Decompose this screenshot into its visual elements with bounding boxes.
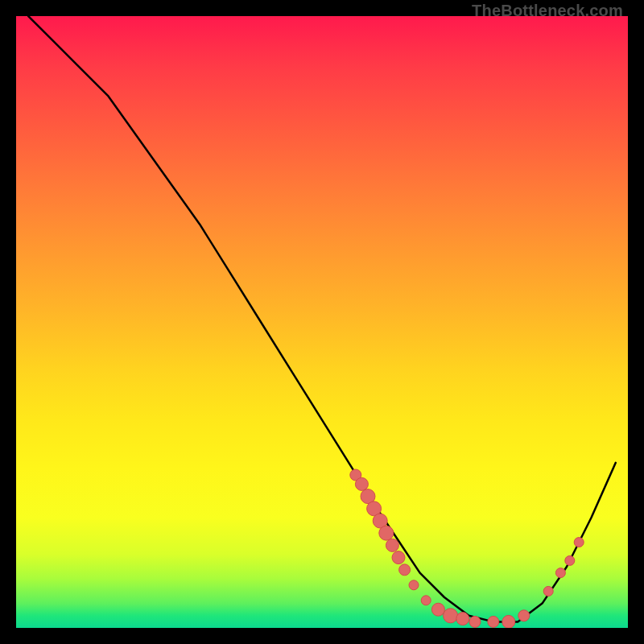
data-marker	[392, 551, 405, 564]
data-marker	[488, 616, 499, 627]
data-marker	[355, 477, 368, 490]
data-marker	[431, 603, 444, 616]
watermark-text: TheBottleneck.com	[472, 2, 623, 20]
chart-svg	[16, 16, 628, 628]
data-marker	[456, 613, 469, 625]
data-marker	[444, 609, 458, 623]
data-marker	[518, 610, 530, 621]
data-marker	[543, 586, 553, 596]
data-marker	[386, 539, 398, 551]
data-marker	[555, 568, 565, 578]
data-marker	[469, 616, 481, 627]
data-marker	[565, 555, 575, 565]
data-marker	[574, 538, 584, 547]
curve-markers	[350, 469, 584, 628]
data-marker	[379, 526, 394, 540]
data-marker	[409, 580, 419, 590]
data-marker	[502, 615, 515, 628]
data-marker	[399, 564, 411, 576]
curve-line	[28, 16, 616, 621]
data-marker	[421, 596, 431, 605]
